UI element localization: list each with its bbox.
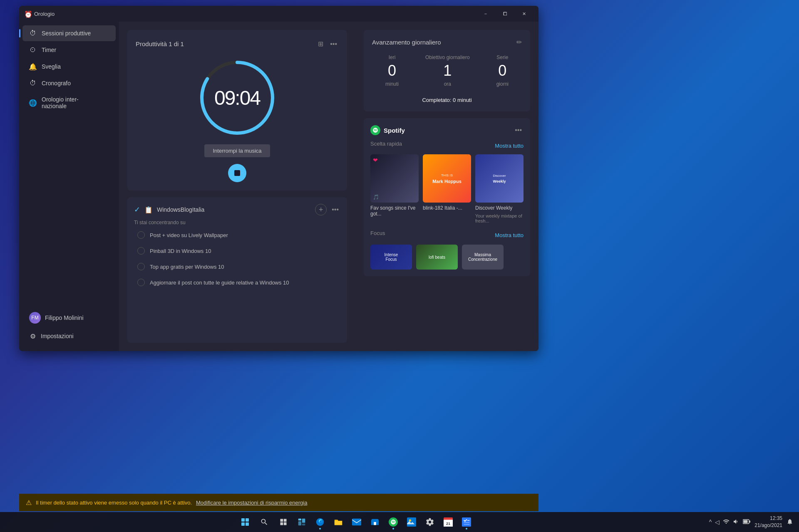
edge-icon bbox=[315, 517, 325, 527]
focus-thumbs: IntenseFocus lofi beats MassimaConcentra… bbox=[370, 245, 524, 270]
playlist-desc-3: Your weekly mixtape of fresh... bbox=[475, 213, 524, 223]
volume-icon[interactable] bbox=[732, 517, 740, 527]
task-more-icon[interactable]: ••• bbox=[330, 204, 340, 215]
task-item[interactable]: Top app gratis per Windows 10 bbox=[134, 260, 340, 273]
playlist-row: ❤ 🎵 Fav songs since I've got... THIS IS … bbox=[370, 154, 524, 223]
maximize-button[interactable]: ⧠ bbox=[495, 7, 514, 20]
system-clock[interactable]: 12:35 21/ago/2021 bbox=[754, 515, 782, 529]
spotify-taskbar-icon bbox=[389, 517, 398, 527]
task-radio-4[interactable] bbox=[137, 279, 145, 286]
heart-icon: ❤ bbox=[373, 157, 378, 163]
edge-button[interactable] bbox=[312, 514, 328, 530]
main-panel: Produttività 1 di 1 ⊞ ••• bbox=[119, 22, 538, 351]
stop-icon bbox=[234, 170, 240, 176]
playlist-thumb-1: ❤ 🎵 bbox=[370, 154, 419, 203]
playlist-item-3[interactable]: Discover Weekly Discover Weekly Your wee… bbox=[475, 154, 524, 223]
focus-item-3[interactable]: MassimaConcentrazione bbox=[462, 245, 504, 270]
calendar-icon: 21 bbox=[444, 517, 453, 527]
progress-card: Avanzamento giornaliero ✏ Ieri 0 minuti … bbox=[364, 30, 530, 111]
svg-rect-19 bbox=[744, 520, 748, 523]
stat-goal: Obiettivo giornaliero 1 ora bbox=[425, 54, 470, 87]
more-options-icon[interactable]: ••• bbox=[328, 39, 339, 49]
completed-label: Completato: bbox=[422, 97, 451, 103]
svg-rect-5 bbox=[302, 524, 305, 526]
svg-text:21: 21 bbox=[446, 522, 450, 526]
task-card-actions: + ••• bbox=[315, 204, 340, 215]
warning-link[interactable]: Modificare le impostazioni di risparmio … bbox=[196, 500, 307, 506]
task-list: Post + video su Lively Wallpaper Pinball… bbox=[134, 229, 340, 289]
focus-item-2[interactable]: lofi beats bbox=[416, 245, 458, 270]
focus-item-1[interactable]: IntenseFocus bbox=[370, 245, 412, 270]
chevron-up-icon[interactable]: ^ bbox=[708, 518, 713, 526]
start-button[interactable] bbox=[237, 514, 253, 530]
internazionale-icon: 🌐 bbox=[29, 99, 37, 106]
todo-button[interactable] bbox=[458, 514, 475, 530]
svg-rect-7 bbox=[374, 522, 376, 525]
wifi-icon[interactable] bbox=[722, 517, 730, 527]
search-button[interactable] bbox=[255, 514, 273, 530]
mail-button[interactable] bbox=[348, 514, 365, 530]
task-card-header: ✓ 📋 WindowsBlogItalia + ••• bbox=[134, 204, 340, 215]
location-icon[interactable]: ◁ bbox=[714, 518, 720, 526]
store-button[interactable] bbox=[367, 514, 383, 530]
app-window: ⏰ Orologio − ⧠ ✕ ⏱ Sessioni produttive ⏲… bbox=[19, 6, 538, 351]
spotify-taskbar-button[interactable] bbox=[385, 514, 402, 530]
sessioni-icon: ⏱ bbox=[29, 30, 37, 37]
calendar-button[interactable]: 21 bbox=[440, 514, 457, 530]
pin-icon[interactable]: ⊞ bbox=[316, 38, 325, 49]
yesterday-label: Ieri bbox=[389, 54, 396, 60]
task-radio-3[interactable] bbox=[137, 263, 145, 270]
store-icon bbox=[370, 517, 380, 527]
task-item[interactable]: Aggiornare il post con tutte le guide re… bbox=[134, 276, 340, 289]
show-all-focus[interactable]: Mostra tutto bbox=[495, 232, 524, 238]
stat-series: Serie 0 giorni bbox=[496, 54, 509, 87]
task-radio-2[interactable] bbox=[137, 247, 145, 255]
check-icon: ✓ bbox=[134, 205, 140, 214]
sidebar-item-cronografo[interactable]: ⏱ Cronografo bbox=[22, 75, 116, 91]
stop-music-button[interactable]: Interrompi la musica bbox=[204, 144, 270, 157]
task-item[interactable]: Post + video su Lively Wallpaper bbox=[134, 229, 340, 241]
active-dot bbox=[319, 528, 321, 530]
goal-value: 1 bbox=[443, 62, 452, 79]
stop-button[interactable] bbox=[228, 164, 246, 182]
playlist-name-3: Discover Weekly bbox=[475, 205, 524, 211]
progress-stats: Ieri 0 minuti Obiettivo giornaliero 1 or… bbox=[372, 54, 522, 87]
svg-rect-4 bbox=[302, 519, 305, 523]
notification-icon[interactable] bbox=[786, 517, 794, 527]
playlist-item-2[interactable]: THIS IS Mark Hoppus blink-182 Italia -..… bbox=[423, 154, 471, 223]
focus-label-1: IntenseFocus bbox=[383, 251, 400, 263]
settings-label: Impostazioni bbox=[41, 333, 74, 339]
yesterday-value: 0 bbox=[388, 62, 396, 79]
sidebar-item-internazionale[interactable]: 🌐 Orologio inter-nazionale bbox=[22, 92, 116, 114]
task-view-button[interactable] bbox=[275, 514, 292, 530]
app-title: Orologio bbox=[34, 11, 476, 17]
task-item[interactable]: Pinball 3D in Windows 10 bbox=[134, 245, 340, 257]
quick-pick-label: Scelta rapida bbox=[370, 141, 402, 147]
spotify-header: Spotify ••• bbox=[370, 125, 524, 136]
playlist-item-1[interactable]: ❤ 🎵 Fav songs since I've got... bbox=[370, 154, 419, 223]
user-profile[interactable]: FM Filippo Molinini bbox=[22, 308, 116, 328]
goal-label: Obiettivo giornaliero bbox=[425, 54, 470, 60]
edit-icon[interactable]: ✏ bbox=[516, 38, 522, 46]
show-all-button[interactable]: Mostra tutto bbox=[495, 143, 524, 149]
title-bar: ⏰ Orologio − ⧠ ✕ bbox=[19, 6, 538, 22]
taskbar: 21 ^ ◁ bbox=[0, 512, 799, 532]
explorer-button[interactable] bbox=[330, 514, 347, 530]
todo-icon bbox=[462, 517, 471, 527]
sidebar-item-timer[interactable]: ⏲ Timer bbox=[22, 42, 116, 58]
completed-text: Completato: 0 minuti bbox=[372, 97, 522, 103]
sidebar-item-sessioni[interactable]: ⏱ Sessioni produttive bbox=[22, 25, 116, 41]
widgets-button[interactable] bbox=[293, 514, 310, 530]
user-name: Filippo Molinini bbox=[45, 314, 84, 321]
timer-actions: ⊞ ••• bbox=[316, 38, 339, 49]
timer-card-header: Produttività 1 di 1 ⊞ ••• bbox=[136, 38, 339, 49]
spotify-more-icon[interactable]: ••• bbox=[513, 125, 524, 136]
task-radio-1[interactable] bbox=[137, 231, 145, 239]
photos-button[interactable] bbox=[403, 514, 420, 530]
sidebar-item-sveglia[interactable]: 🔔 Sveglia bbox=[22, 59, 116, 74]
add-task-button[interactable]: + bbox=[315, 204, 327, 215]
settings-taskbar-button[interactable] bbox=[422, 514, 438, 530]
sidebar-item-settings[interactable]: ⚙ Impostazioni bbox=[22, 328, 116, 344]
close-button[interactable]: ✕ bbox=[514, 7, 533, 20]
minimize-button[interactable]: − bbox=[476, 7, 495, 20]
